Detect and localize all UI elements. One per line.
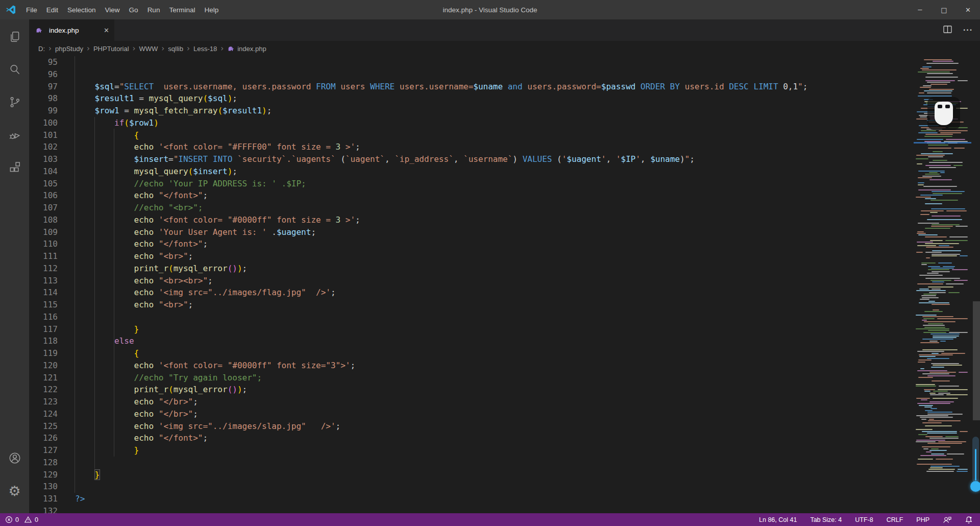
code-line[interactable]: 117 } — [29, 323, 980, 336]
accounts-icon[interactable] — [0, 445, 29, 471]
explorer-icon[interactable] — [0, 23, 29, 50]
breadcrumb-item[interactable]: index.php — [227, 45, 266, 53]
code-line[interactable]: 121 //echo "Try again looser"; — [29, 372, 980, 384]
code-line[interactable]: 101 { — [29, 129, 980, 141]
php-elephant-icon — [227, 45, 235, 53]
breadcrumb-item[interactable]: sqllib — [168, 45, 183, 53]
menu-selection[interactable]: Selection — [63, 0, 101, 19]
close-button[interactable]: ✕ — [956, 0, 980, 19]
minimap-line — [933, 336, 959, 337]
menu-view[interactable]: View — [101, 0, 125, 19]
code-line[interactable]: 116 — [29, 311, 980, 323]
minimap-line — [923, 325, 945, 326]
code-line[interactable]: 102 echo '<font color= "#FFFF00" font si… — [29, 141, 980, 153]
settings-gear-icon[interactable]: ⚙ — [0, 477, 29, 504]
minimap-line — [937, 318, 968, 319]
code-editor[interactable]: 959697 $sql="SELECT users.username, user… — [29, 56, 980, 513]
code-line[interactable]: 126 echo "</font>"; — [29, 432, 980, 444]
code-line[interactable]: 100 if($row1) — [29, 117, 980, 129]
minimap-line — [929, 172, 938, 173]
breadcrumb-item[interactable]: phpStudy — [55, 45, 83, 53]
encoding[interactable]: UTF-8 — [855, 516, 873, 523]
notifications-bell-icon[interactable] — [965, 516, 973, 524]
vscode-logo-icon — [5, 4, 16, 15]
minimize-button[interactable]: ─ — [908, 0, 932, 19]
scrollbar-thumb[interactable] — [973, 301, 980, 420]
code-line[interactable]: 129 } — [29, 469, 980, 481]
language-mode[interactable]: PHP — [916, 516, 929, 523]
minimap-line — [916, 440, 945, 441]
source-control-icon[interactable] — [0, 89, 29, 115]
code-line[interactable]: 127 } — [29, 444, 980, 457]
code-line[interactable]: 132 — [29, 505, 980, 513]
code-line[interactable]: 118 else — [29, 335, 980, 347]
breadcrumb-item[interactable]: PHPTutorial — [93, 45, 129, 53]
error-count[interactable]: 0 — [15, 516, 19, 523]
code-line[interactable]: 107 //echo "<br>"; — [29, 202, 980, 214]
breadcrumb-item[interactable]: WWW — [139, 45, 158, 53]
code-line[interactable]: 109 echo 'Your User Agent is: ' .$uagent… — [29, 226, 980, 238]
code-line[interactable]: 96 — [29, 68, 980, 81]
eol-sequence[interactable]: CRLF — [887, 516, 903, 523]
code-line[interactable]: 106 echo "</font>"; — [29, 189, 980, 202]
tab-size[interactable]: Tab Size: 4 — [810, 516, 842, 523]
breadcrumb-item[interactable]: Less-18 — [193, 45, 217, 53]
minimap-line — [920, 195, 943, 196]
minimap-line — [936, 459, 953, 460]
minimap-line — [924, 59, 952, 60]
menu-file[interactable]: File — [21, 0, 42, 19]
code-line[interactable]: 103 $insert="INSERT INTO `security`.`uag… — [29, 153, 980, 165]
code-line[interactable]: 131?> — [29, 493, 980, 505]
minimap-line — [920, 299, 929, 300]
menu-go[interactable]: Go — [125, 0, 143, 19]
code-line[interactable]: 111 echo "<br>"; — [29, 250, 980, 262]
minimap-line — [932, 191, 965, 192]
restore-button[interactable]: □ — [932, 0, 956, 19]
split-editor-icon[interactable] — [943, 26, 952, 35]
breadcrumb-item[interactable]: D: — [38, 45, 45, 53]
tab-close-icon[interactable]: ✕ — [104, 27, 109, 34]
code-line[interactable]: 119 { — [29, 347, 980, 360]
run-and-debug-icon[interactable] — [0, 122, 29, 148]
tab-index-php[interactable]: index.php ✕ — [29, 19, 115, 41]
menu-terminal[interactable]: Terminal — [164, 0, 200, 19]
code-line[interactable]: 128 — [29, 457, 980, 469]
code-line[interactable]: 122 print_r(mysql_error()); — [29, 384, 980, 396]
search-icon[interactable] — [0, 56, 29, 83]
code-line[interactable]: 120 echo '<font color= "#0000ff" font si… — [29, 360, 980, 372]
minimap-line — [958, 80, 968, 81]
menu-run[interactable]: Run — [143, 0, 165, 19]
code-line[interactable]: 113 echo "<br><br>"; — [29, 275, 980, 287]
code-line[interactable]: 108 echo '<font color= "#0000ff" font si… — [29, 214, 980, 226]
minimap-line — [924, 389, 935, 390]
menu-edit[interactable]: Edit — [42, 0, 63, 19]
warnings-icon[interactable] — [24, 516, 32, 523]
minimap-line — [916, 315, 937, 316]
minimap-line — [929, 292, 946, 293]
extensions-icon[interactable] — [0, 154, 29, 181]
chevron-right-icon: › — [129, 44, 139, 53]
code-line[interactable]: 105 //echo 'Your IP ADDRESS is: ' .$IP; — [29, 178, 980, 190]
warning-count[interactable]: 0 — [35, 516, 38, 523]
code-line[interactable]: 99 $row1 = mysql_fetch_array($result1); — [29, 105, 980, 117]
code-line[interactable]: 95 — [29, 56, 980, 68]
minimap-line — [933, 309, 939, 310]
errors-icon[interactable] — [5, 516, 13, 523]
cursor-position[interactable]: Ln 86, Col 41 — [759, 516, 797, 523]
menu-help[interactable]: Help — [200, 0, 223, 19]
code-line[interactable]: 104 mysql_query($insert); — [29, 165, 980, 178]
code-line[interactable]: 110 echo "</font>"; — [29, 238, 980, 250]
code-line[interactable]: 112 print_r(mysql_error()); — [29, 262, 980, 275]
feedback-icon[interactable] — [943, 516, 951, 524]
code-line[interactable]: 125 echo '<img src="../images/slap.jpg" … — [29, 420, 980, 433]
minimap-line — [925, 198, 936, 199]
code-line[interactable]: 124 echo "</br>"; — [29, 408, 980, 420]
code-line[interactable]: 114 echo '<img src="../images/flag.jpg" … — [29, 286, 980, 299]
code-line[interactable]: 97 $sql="SELECT users.username, users.pa… — [29, 81, 980, 93]
code-line[interactable]: 123 echo "</br>"; — [29, 396, 980, 408]
more-actions-icon[interactable]: ··· — [963, 26, 973, 35]
menu-bar: FileEditSelectionViewGoRunTerminalHelp — [21, 0, 223, 19]
code-line[interactable]: 115 echo "<br>"; — [29, 299, 980, 311]
code-line[interactable]: 130 — [29, 481, 980, 493]
code-line[interactable]: 98 $result1 = mysql_query($sql); — [29, 92, 980, 105]
